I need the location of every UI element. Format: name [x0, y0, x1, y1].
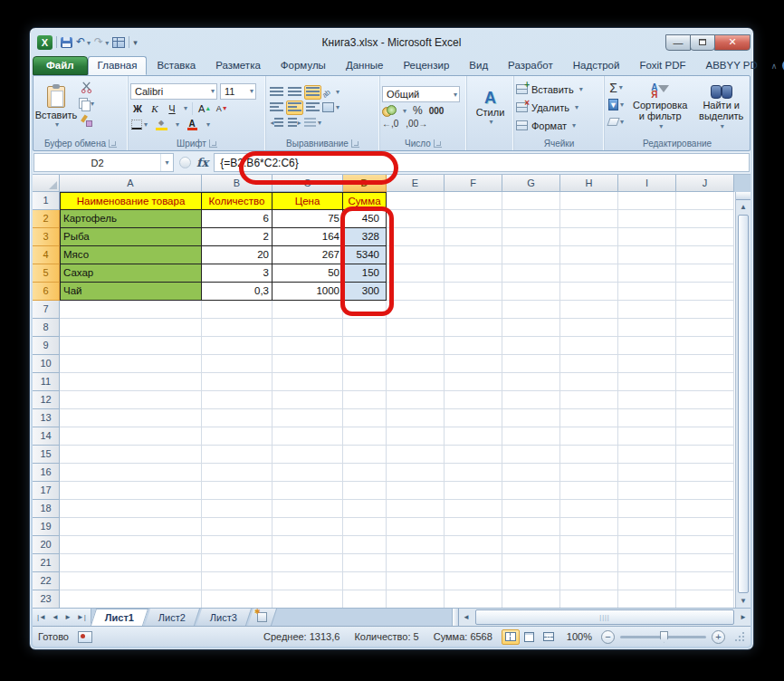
merge-center-icon[interactable]: ▾	[322, 101, 339, 115]
cell-F14[interactable]	[445, 427, 502, 446]
ribbon-tab-abbyy-pd[interactable]: ABBYY PD	[696, 56, 768, 75]
cell-B1[interactable]: Количество	[202, 192, 272, 210]
ribbon-tab-рецензир[interactable]: Рецензир	[393, 56, 459, 75]
cell-F18[interactable]	[445, 500, 502, 518]
cell-A13[interactable]	[60, 409, 202, 427]
next-sheet-icon[interactable]: ►	[62, 613, 73, 621]
cell-F12[interactable]	[445, 391, 502, 409]
cell-B21[interactable]	[202, 554, 272, 572]
collapse-ribbon-icon[interactable]: ∧	[771, 62, 778, 71]
close-button[interactable]: ✕	[714, 34, 751, 51]
cell-I22[interactable]	[618, 572, 676, 590]
cell-E4[interactable]	[387, 246, 445, 264]
horizontal-scroll-thumb[interactable]: ||||	[475, 609, 734, 625]
cell-E12[interactable]	[387, 391, 445, 409]
comma-style-icon[interactable]: 000	[429, 106, 445, 116]
row-header-1[interactable]: 1	[33, 192, 60, 210]
cell-I4[interactable]	[618, 246, 676, 264]
cell-I3[interactable]	[618, 228, 676, 246]
prev-sheet-icon[interactable]: ◄	[50, 613, 61, 621]
split-box[interactable]	[736, 192, 751, 200]
cell-H15[interactable]	[560, 446, 618, 464]
row-header-14[interactable]: 14	[33, 427, 60, 446]
cell-C20[interactable]	[272, 536, 343, 554]
cell-I21[interactable]	[618, 554, 676, 572]
scroll-down-icon[interactable]: ▼	[736, 594, 751, 608]
cell-E13[interactable]	[387, 409, 445, 427]
row-header-7[interactable]: 7	[33, 301, 60, 319]
find-select-button[interactable]: Найти и выделить▾	[694, 78, 748, 137]
cell-F2[interactable]	[445, 210, 502, 228]
cell-C17[interactable]	[272, 482, 343, 500]
cell-A18[interactable]	[60, 500, 202, 518]
cell-B12[interactable]	[202, 391, 272, 409]
tab-split-handle[interactable]	[453, 609, 459, 626]
align-middle-icon[interactable]	[286, 85, 303, 100]
styles-button[interactable]: А Стили▾	[469, 78, 512, 137]
cell-H17[interactable]	[560, 482, 618, 500]
cell-I14[interactable]	[618, 427, 676, 446]
cell-H2[interactable]	[560, 210, 618, 228]
cell-H4[interactable]	[560, 246, 618, 264]
cell-H7[interactable]	[560, 301, 618, 319]
cell-E11[interactable]	[387, 373, 445, 391]
cell-H5[interactable]	[560, 264, 618, 283]
cell-G1[interactable]	[502, 192, 560, 210]
cut-icon[interactable]	[79, 81, 94, 94]
copy-icon[interactable]: ▾	[79, 97, 94, 110]
cell-A14[interactable]	[60, 427, 202, 446]
cell-H9[interactable]	[560, 337, 618, 355]
zoom-in-icon[interactable]: +	[712, 630, 725, 644]
cell-F4[interactable]	[445, 246, 502, 264]
cell-B11[interactable]	[202, 373, 272, 391]
cell-B13[interactable]	[202, 409, 272, 427]
cell-C2[interactable]: 75	[272, 210, 343, 228]
row-header-15[interactable]: 15	[33, 446, 60, 464]
cell-A4[interactable]: Мясо	[60, 246, 202, 264]
cell-A3[interactable]: Рыба	[60, 228, 202, 246]
cell-E6[interactable]	[387, 283, 445, 301]
cell-C12[interactable]	[272, 391, 343, 409]
sheet-tab-лист3[interactable]: Лист3	[196, 609, 252, 626]
number-format-combo[interactable]: Общий▾	[382, 86, 460, 102]
cell-C10[interactable]	[272, 355, 343, 373]
align-bottom-icon[interactable]	[304, 85, 321, 100]
format-painter-icon[interactable]	[79, 113, 94, 127]
cell-J7[interactable]	[676, 301, 734, 319]
column-header-A[interactable]: A	[60, 175, 202, 192]
cell-F11[interactable]	[445, 373, 502, 391]
cell-F9[interactable]	[445, 337, 502, 355]
cell-I15[interactable]	[618, 446, 676, 464]
row-header-2[interactable]: 2	[33, 210, 60, 228]
page-layout-view-button[interactable]	[521, 629, 539, 645]
cell-D20[interactable]	[343, 536, 387, 554]
cell-A8[interactable]	[60, 319, 202, 337]
ribbon-tab-формулы[interactable]: Формулы	[271, 56, 336, 75]
cell-I16[interactable]	[618, 464, 676, 482]
ribbon-tab-главная[interactable]: Главная	[88, 56, 148, 75]
row-header-12[interactable]: 12	[33, 391, 60, 409]
new-sheet-button[interactable]	[248, 609, 277, 626]
cell-A11[interactable]	[60, 373, 202, 391]
cell-B15[interactable]	[202, 446, 272, 464]
delete-cells-button[interactable]: Удалить▾	[516, 99, 602, 116]
cell-J20[interactable]	[676, 536, 734, 554]
ribbon-tab-надстрой[interactable]: Надстрой	[563, 56, 630, 75]
cell-G13[interactable]	[502, 409, 560, 427]
cell-F10[interactable]	[445, 355, 502, 373]
grow-font-button[interactable]: А▲	[197, 101, 212, 116]
zoom-out-icon[interactable]: −	[601, 630, 615, 644]
cell-A2[interactable]: Картофель	[60, 210, 202, 228]
cell-F21[interactable]	[445, 554, 502, 572]
column-header-D[interactable]: D	[343, 175, 387, 192]
number-dialog-launcher[interactable]	[434, 139, 442, 148]
cell-D23[interactable]	[343, 590, 387, 608]
cell-G5[interactable]	[502, 264, 560, 283]
cell-H10[interactable]	[560, 355, 618, 373]
cell-C18[interactable]	[272, 500, 343, 518]
column-header-G[interactable]: G	[502, 175, 560, 192]
cell-H6[interactable]	[560, 283, 618, 301]
align-left-icon[interactable]	[268, 101, 285, 115]
cell-H22[interactable]	[560, 572, 618, 590]
fill-icon[interactable]: ▼▾	[608, 98, 624, 111]
